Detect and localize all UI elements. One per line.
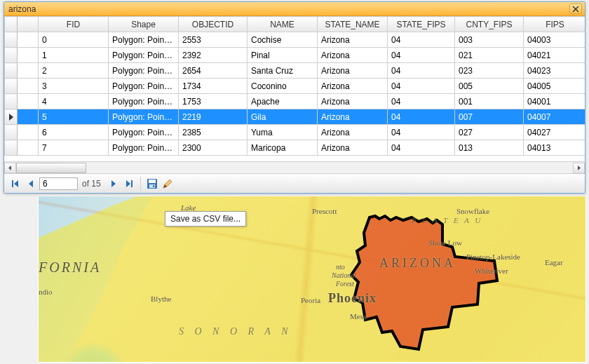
- cell-state_name[interactable]: Arizona: [318, 32, 388, 48]
- cell-name[interactable]: Cochise: [248, 32, 318, 48]
- cell-name[interactable]: Yuma: [248, 125, 318, 140]
- cell-state_name[interactable]: Arizona: [318, 63, 388, 79]
- record-number-input[interactable]: [39, 177, 78, 190]
- row-selector[interactable]: [5, 48, 18, 63]
- cell-state_name[interactable]: Arizona: [318, 140, 388, 156]
- scroll-thumb[interactable]: [16, 163, 86, 173]
- column-header-fips[interactable]: FIPS: [524, 17, 585, 32]
- cell-state_fips[interactable]: 04: [388, 109, 455, 125]
- cell-state_name[interactable]: Arizona: [318, 109, 388, 125]
- cell-shape[interactable]: Polygon: Point c...: [109, 140, 179, 156]
- cell-fid[interactable]: 1: [39, 48, 109, 63]
- column-header-cntyfips[interactable]: CNTY_FIPS: [455, 17, 524, 32]
- cell-name[interactable]: Apache: [248, 94, 318, 109]
- cell-state_fips[interactable]: 04: [388, 32, 455, 48]
- cell-state_fips[interactable]: 04: [388, 125, 455, 140]
- cell-state_fips[interactable]: 04: [388, 140, 455, 156]
- row-selector[interactable]: [5, 94, 18, 109]
- cell-name[interactable]: Gila: [248, 109, 318, 125]
- cell-shape[interactable]: Polygon: Point c...: [109, 125, 179, 140]
- cell-shape[interactable]: Polygon: Point c...: [109, 48, 179, 63]
- cell-state_fips[interactable]: 04: [388, 48, 455, 63]
- last-record-button[interactable]: [122, 177, 136, 191]
- data-grid[interactable]: FID Shape OBJECTID NAME STATE_NAME STATE…: [4, 16, 585, 161]
- horizontal-scrollbar[interactable]: [4, 161, 585, 173]
- cell-cnty_fips[interactable]: 007: [455, 109, 524, 125]
- row-selector[interactable]: [5, 140, 18, 156]
- cell-fid[interactable]: 3: [39, 79, 109, 94]
- cell-state_name[interactable]: Arizona: [318, 125, 388, 140]
- cell-fid[interactable]: 0: [39, 32, 109, 48]
- titlebar[interactable]: arizona: [4, 2, 585, 16]
- cell-name[interactable]: Santa Cruz: [248, 63, 318, 79]
- save-csv-button[interactable]: [145, 177, 159, 191]
- cell-cnty_fips[interactable]: 013: [455, 140, 524, 156]
- cell-fips[interactable]: 04005: [524, 79, 585, 94]
- table-row[interactable]: 3Polygon: Point c...1734CoconinoArizona0…: [5, 79, 585, 94]
- cell-fid[interactable]: 2: [39, 63, 109, 79]
- cell-fid[interactable]: 4: [39, 94, 109, 109]
- column-header[interactable]: [18, 17, 39, 32]
- column-header-statename[interactable]: STATE_NAME: [318, 17, 388, 32]
- cell-state_name[interactable]: Arizona: [318, 48, 388, 63]
- cell-state_fips[interactable]: 04: [388, 94, 455, 109]
- row-selector[interactable]: [5, 79, 18, 94]
- scroll-track[interactable]: [16, 163, 573, 173]
- cell-objectid[interactable]: 2553: [179, 32, 248, 48]
- table-row[interactable]: 5Polygon: Point c...2219GilaArizona04007…: [5, 109, 585, 125]
- edit-button[interactable]: [161, 177, 175, 191]
- cell-shape[interactable]: Polygon: Point c...: [109, 109, 179, 125]
- cell-fid[interactable]: 7: [39, 140, 109, 156]
- map-view[interactable]: Phoenix ARIZONA FORNIA S O N O R A N Pre…: [38, 196, 586, 363]
- table-row[interactable]: 2Polygon: Point c...2654Santa CruzArizon…: [5, 63, 585, 79]
- table-row[interactable]: 6Polygon: Point c...2385YumaArizona04027…: [5, 125, 585, 140]
- cell-objectid[interactable]: 2654: [179, 63, 248, 79]
- cell-shape[interactable]: Polygon: Point c...: [109, 63, 179, 79]
- row-selector[interactable]: [5, 32, 18, 48]
- cell-fips[interactable]: 04013: [524, 140, 585, 156]
- cell-cnty_fips[interactable]: 021: [455, 48, 524, 63]
- table-row[interactable]: 1Polygon: Point c...2392PinalArizona0402…: [5, 48, 585, 63]
- cell-fips[interactable]: 04021: [524, 48, 585, 63]
- cell-state_fips[interactable]: 04: [388, 79, 455, 94]
- table-row[interactable]: 4Polygon: Point c...1753ApacheArizona040…: [5, 94, 585, 109]
- first-record-button[interactable]: [8, 177, 22, 191]
- cell-objectid[interactable]: 2300: [179, 140, 248, 156]
- table-row[interactable]: 0Polygon: Point c...2553CochiseArizona04…: [5, 32, 585, 48]
- cell-fips[interactable]: 04027: [524, 125, 585, 140]
- prev-record-button[interactable]: [24, 177, 38, 191]
- cell-objectid[interactable]: 1753: [179, 94, 248, 109]
- cell-cnty_fips[interactable]: 023: [455, 63, 524, 79]
- cell-shape[interactable]: Polygon: Point c...: [109, 79, 179, 94]
- cell-objectid[interactable]: 1734: [179, 79, 248, 94]
- column-header-statefips[interactable]: STATE_FIPS: [388, 17, 455, 32]
- cell-cnty_fips[interactable]: 003: [455, 32, 524, 48]
- cell-shape[interactable]: Polygon: Point c...: [109, 32, 179, 48]
- cell-objectid[interactable]: 2219: [179, 109, 248, 125]
- cell-name[interactable]: Maricopa: [248, 140, 318, 156]
- row-selector-header[interactable]: [5, 17, 18, 32]
- cell-cnty_fips[interactable]: 001: [455, 94, 524, 109]
- column-header-shape[interactable]: Shape: [109, 17, 179, 32]
- row-selector[interactable]: [5, 63, 18, 79]
- column-header-fid[interactable]: FID: [39, 17, 109, 32]
- column-header-objectid[interactable]: OBJECTID: [179, 17, 248, 32]
- cell-name[interactable]: Pinal: [248, 48, 318, 63]
- cell-cnty_fips[interactable]: 027: [455, 125, 524, 140]
- cell-state_name[interactable]: Arizona: [318, 79, 388, 94]
- cell-fid[interactable]: 6: [39, 125, 109, 140]
- table-row[interactable]: 7Polygon: Point c...2300MaricopaArizona0…: [5, 140, 585, 156]
- row-selector[interactable]: [5, 125, 18, 140]
- cell-objectid[interactable]: 2392: [179, 48, 248, 63]
- cell-fips[interactable]: 04007: [524, 109, 585, 125]
- scroll-right-button[interactable]: [573, 163, 585, 173]
- cell-cnty_fips[interactable]: 005: [455, 79, 524, 94]
- cell-shape[interactable]: Polygon: Point c...: [109, 94, 179, 109]
- cell-fips[interactable]: 04001: [524, 94, 585, 109]
- cell-fips[interactable]: 04023: [524, 63, 585, 79]
- column-header-name[interactable]: NAME: [248, 17, 318, 32]
- cell-fid[interactable]: 5: [39, 109, 109, 125]
- close-button[interactable]: [569, 4, 582, 14]
- row-selector[interactable]: [5, 109, 18, 125]
- cell-objectid[interactable]: 2385: [179, 125, 248, 140]
